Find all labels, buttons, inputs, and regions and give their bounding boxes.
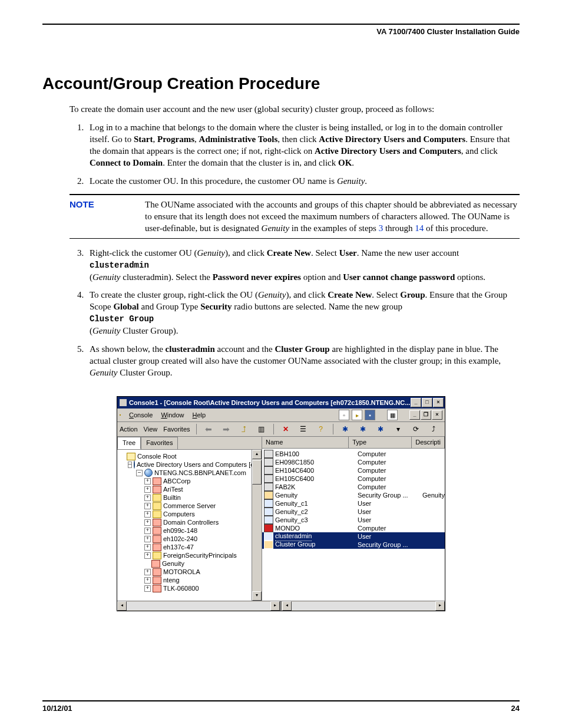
mdi-close-button[interactable]: × — [432, 410, 442, 420]
list-row[interactable]: Cluster GroupSecurity Group ... — [262, 541, 445, 549]
ou-icon — [153, 510, 161, 518]
minimize-button[interactable]: _ — [411, 398, 421, 407]
row-type: Security Group ... — [358, 491, 422, 500]
col-name[interactable]: Name — [262, 437, 349, 448]
row-name: Genuity_c3 — [275, 516, 358, 525]
tree-item[interactable]: Genuity — [162, 559, 184, 568]
export-icon[interactable]: ⤴ — [428, 423, 439, 435]
up-folder-icon[interactable]: ⮥ — [238, 423, 250, 435]
tree-item[interactable]: MOTOROLA — [163, 568, 200, 576]
step-3: Right-click the customer OU (Genuity), a… — [86, 247, 520, 283]
domain-icon — [144, 469, 153, 477]
left-hscroll[interactable]: ◂ ▸ — [117, 601, 280, 611]
col-description[interactable]: Descripti — [412, 437, 445, 448]
hscroll-left-icon-2[interactable]: ◂ — [282, 601, 292, 611]
hscroll-left-icon[interactable]: ◂ — [117, 601, 127, 611]
refresh-icon[interactable]: ⟳ — [410, 423, 422, 435]
list-row[interactable]: Genuity_c3User — [262, 516, 445, 524]
list-row[interactable]: EH104C6400Computer — [262, 466, 445, 475]
tab-tree[interactable]: Tree — [117, 437, 141, 449]
tree[interactable]: Console Root –Active Directory Users and… — [117, 450, 262, 601]
list-row[interactable]: GenuitySecurity Group ...Genuity — [262, 491, 445, 499]
tree-item[interactable]: Computers — [163, 510, 195, 518]
tree-scrollbar[interactable]: ▴ ▾ — [252, 450, 262, 601]
show-hide-icon[interactable]: ▥ — [256, 423, 267, 435]
back-icon[interactable]: ⬅ — [203, 423, 214, 435]
menu-console[interactable]: Console — [129, 411, 153, 420]
ou-icon — [153, 568, 161, 576]
step1-start: Start — [134, 134, 153, 144]
tree-item[interactable]: ForeignSecurityPrincipals — [163, 551, 237, 559]
step2-genuity: Genuity — [337, 176, 365, 186]
tree-item[interactable]: eh099c-148 — [163, 526, 197, 535]
filter-icon-1[interactable]: ✱ — [357, 423, 369, 435]
views-icon[interactable]: ▦ — [387, 410, 398, 420]
list-row[interactable]: EH105C6400Computer — [262, 475, 445, 483]
list-row[interactable]: Genuity_c1User — [262, 499, 445, 508]
menu-window[interactable]: Window — [161, 411, 184, 420]
open-icon[interactable]: ▸ — [352, 410, 362, 420]
ou-icon — [153, 502, 161, 510]
menu-help[interactable]: Help — [193, 411, 206, 420]
save-icon[interactable]: ▪ — [365, 410, 375, 420]
mdi-minimize-button[interactable]: _ — [409, 410, 420, 420]
tree-item[interactable]: AriTest — [163, 485, 183, 493]
row-type: Computer — [358, 483, 422, 492]
list-row[interactable]: EBH100Computer — [262, 450, 445, 458]
properties-icon[interactable]: ☰ — [297, 423, 309, 435]
step-4: To create the cluster group, right-click… — [86, 289, 520, 337]
note-body: The OUName associated with the accounts … — [145, 199, 520, 235]
help-icon[interactable]: ? — [315, 423, 327, 435]
titlebar[interactable]: Console1 - [Console Root\Active Director… — [117, 397, 445, 409]
tree-item[interactable]: Domain Controllers — [163, 518, 219, 526]
step1-aduc2: Active Directory Users and Computers — [315, 146, 461, 156]
comp-icon — [264, 450, 273, 458]
menu-view[interactable]: View — [144, 425, 158, 434]
tree-root[interactable]: Console Root — [137, 452, 177, 460]
right-hscroll[interactable]: ◂ ▸ — [282, 601, 445, 611]
tree-item[interactable]: TLK-060800 — [163, 584, 199, 592]
new-icon[interactable]: ▫ — [339, 410, 349, 420]
find-icon[interactable]: ✱ — [339, 423, 351, 435]
hscroll-right-icon-2[interactable]: ▸ — [435, 601, 445, 611]
list-row[interactable]: Genuity_c2User — [262, 508, 445, 516]
row-type: User — [358, 516, 422, 525]
menu-favorites[interactable]: Favorites — [163, 425, 190, 434]
menubar: Console Window Help ▫ ▸ ▪ ▦ _ ❐ × — [117, 409, 445, 422]
filter-icon-2[interactable]: ✱ — [375, 423, 386, 435]
list-row[interactable]: MONDOComputer — [262, 524, 445, 532]
ou-icon — [153, 535, 161, 543]
tab-favorites[interactable]: Favorites — [141, 437, 178, 449]
maximize-button[interactable]: □ — [422, 398, 432, 407]
row-type: Computer — [358, 450, 422, 459]
grp-icon — [264, 491, 273, 499]
usr-icon — [264, 508, 273, 516]
col-type[interactable]: Type — [349, 437, 412, 448]
page-title: Account/Group Creation Procedure — [42, 73, 520, 95]
mdi-restore-button[interactable]: ❐ — [421, 410, 431, 420]
scroll-up-icon[interactable]: ▴ — [252, 450, 262, 459]
tree-aduc[interactable]: Active Directory Users and Computers [eh… — [137, 460, 262, 469]
tree-item[interactable]: eh137c-47 — [163, 543, 194, 551]
list-row[interactable]: FAB2KComputer — [262, 483, 445, 491]
tree-item[interactable]: Builtin — [163, 493, 181, 502]
tree-item[interactable]: eh102c-240 — [163, 535, 197, 543]
hscroll-right-icon[interactable]: ▸ — [270, 601, 280, 611]
tree-item[interactable]: ABCCorp — [163, 477, 190, 485]
tree-domain[interactable]: NTENG.NCS.BBNPLANET.com — [154, 469, 246, 477]
forward-icon[interactable]: ➡ — [220, 423, 232, 435]
list-row[interactable]: EH098C1850Computer — [262, 458, 445, 466]
tree-item[interactable]: Commerce Server — [163, 502, 216, 510]
mondo-icon — [264, 524, 273, 532]
scroll-down-icon[interactable]: ▾ — [252, 591, 262, 601]
step-ref-14[interactable]: 14 — [415, 223, 424, 233]
delete-icon[interactable]: ✕ — [280, 423, 292, 435]
menu-action[interactable]: Action — [120, 425, 138, 434]
list-row[interactable]: clusteradminUser — [262, 532, 445, 541]
tree-item[interactable]: nteng — [163, 576, 180, 584]
close-button[interactable]: × — [433, 398, 444, 407]
funnel-icon[interactable]: ▾ — [392, 423, 404, 435]
row-name: EBH100 — [275, 450, 358, 459]
scroll-thumb[interactable] — [252, 460, 262, 485]
list-rows[interactable]: EBH100ComputerEH098C1850ComputerEH104C64… — [262, 449, 445, 549]
